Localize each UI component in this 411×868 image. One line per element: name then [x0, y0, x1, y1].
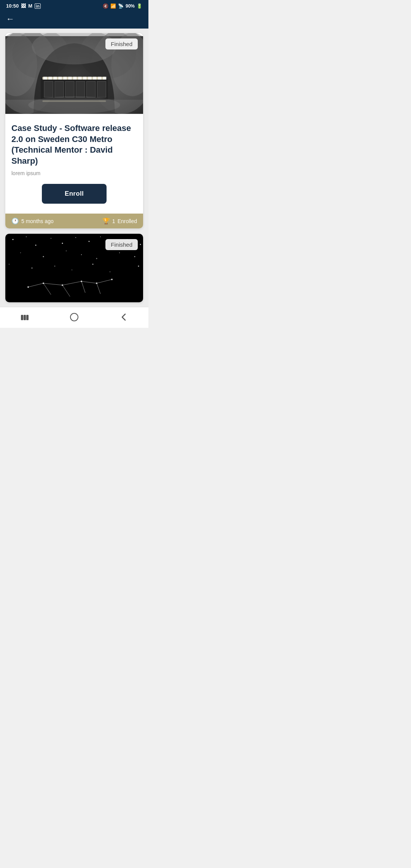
- bottom-nav: [0, 307, 148, 328]
- status-bar: 10:50 🖼 M in 🔇 📶 📡 90% 🔋: [0, 0, 148, 11]
- main-content: Finished Case Study - Software release 2…: [0, 29, 148, 307]
- svg-rect-18: [83, 77, 86, 80]
- enroll-button-1[interactable]: Enroll: [42, 184, 107, 204]
- course-title-1: Case Study - Software release 2.0 on Swe…: [11, 123, 137, 166]
- trophy-icon: 🏆: [102, 217, 110, 225]
- svg-rect-14: [63, 77, 67, 80]
- svg-point-54: [32, 268, 33, 269]
- svg-point-53: [9, 264, 10, 265]
- svg-point-57: [92, 264, 94, 265]
- svg-rect-16: [73, 77, 76, 80]
- svg-rect-77: [24, 315, 26, 320]
- finished-badge-1: Finished: [105, 38, 138, 49]
- time-ago-label: 5 months ago: [21, 218, 54, 224]
- nav-bar: ←: [0, 11, 148, 29]
- enrolled-count: 1: [112, 218, 115, 224]
- svg-point-56: [72, 270, 72, 270]
- status-left: 10:50 🖼 M in: [6, 3, 41, 9]
- svg-point-39: [75, 237, 76, 238]
- clock-icon: 🕐: [11, 217, 19, 225]
- svg-point-38: [62, 243, 63, 244]
- svg-point-71: [43, 282, 44, 284]
- battery-display: 90%: [126, 3, 135, 9]
- svg-point-34: [13, 239, 14, 240]
- svg-point-49: [81, 254, 82, 255]
- svg-point-79: [70, 313, 78, 321]
- footer-time-1: 🕐 5 months ago: [11, 217, 54, 225]
- svg-rect-21: [98, 77, 101, 80]
- course-card-1: Finished Case Study - Software release 2…: [5, 33, 143, 228]
- svg-point-48: [66, 251, 67, 251]
- svg-point-75: [111, 279, 113, 280]
- svg-rect-76: [21, 315, 23, 320]
- svg-rect-23: [44, 81, 53, 97]
- svg-rect-12: [53, 77, 57, 80]
- linkedin-icon: in: [35, 3, 41, 9]
- course-card-2: Finished: [5, 234, 143, 302]
- home-nav-icon[interactable]: [63, 312, 86, 325]
- svg-rect-11: [48, 77, 52, 80]
- svg-point-74: [96, 282, 97, 284]
- svg-rect-78: [26, 315, 29, 320]
- svg-rect-15: [68, 77, 72, 80]
- status-right: 🔇 📶 📡 90% 🔋: [103, 3, 142, 9]
- svg-point-35: [26, 236, 27, 237]
- card-image-2: Finished: [5, 234, 143, 302]
- finished-badge-2: Finished: [105, 239, 138, 250]
- svg-point-59: [138, 266, 139, 267]
- enrolled-label: Enrolled: [118, 218, 137, 224]
- svg-point-47: [43, 256, 44, 257]
- svg-rect-19: [88, 77, 91, 80]
- svg-point-46: [20, 252, 21, 253]
- svg-rect-17: [78, 77, 81, 80]
- svg-rect-32: [42, 101, 106, 102]
- svg-point-52: [134, 256, 135, 257]
- svg-rect-25: [65, 81, 74, 97]
- svg-point-36: [35, 245, 37, 246]
- course-subtitle-1: lorem ipsum: [11, 170, 137, 176]
- mute-icon: 🔇: [103, 3, 108, 9]
- battery-icon: 🔋: [137, 3, 142, 9]
- svg-point-41: [100, 236, 101, 237]
- svg-point-73: [81, 281, 82, 282]
- enroll-btn-wrapper-1: Enroll: [11, 184, 137, 204]
- back-nav-icon[interactable]: [112, 312, 135, 325]
- card-image-1: Finished: [5, 33, 143, 117]
- menu-nav-icon[interactable]: [13, 312, 36, 325]
- svg-rect-10: [43, 77, 47, 80]
- svg-point-31: [28, 96, 120, 114]
- svg-point-55: [54, 266, 55, 266]
- svg-point-58: [110, 271, 110, 272]
- svg-rect-20: [93, 77, 96, 80]
- signal-icon: 📡: [118, 3, 124, 9]
- time-display: 10:50: [6, 3, 19, 9]
- photo-icon: 🖼: [21, 3, 26, 9]
- svg-rect-27: [86, 81, 95, 97]
- mail-icon: M: [28, 3, 32, 9]
- wifi-icon: 📶: [110, 3, 116, 9]
- svg-rect-26: [76, 81, 85, 97]
- svg-rect-22: [103, 77, 106, 80]
- svg-point-50: [96, 258, 97, 259]
- svg-rect-28: [97, 81, 106, 97]
- svg-rect-24: [55, 81, 64, 97]
- back-button[interactable]: ←: [6, 15, 14, 23]
- svg-point-44: [140, 244, 141, 245]
- svg-point-70: [27, 286, 29, 288]
- card-footer-1: 🕐 5 months ago 🏆 1 Enrolled: [5, 214, 143, 228]
- svg-point-72: [62, 284, 63, 286]
- card-body-1: Case Study - Software release 2.0 on Swe…: [5, 117, 143, 214]
- svg-point-37: [51, 238, 51, 239]
- svg-rect-13: [58, 77, 62, 80]
- footer-enrolled-1: 🏆 1 Enrolled: [102, 217, 137, 225]
- svg-point-51: [119, 252, 120, 253]
- svg-point-40: [89, 241, 90, 242]
